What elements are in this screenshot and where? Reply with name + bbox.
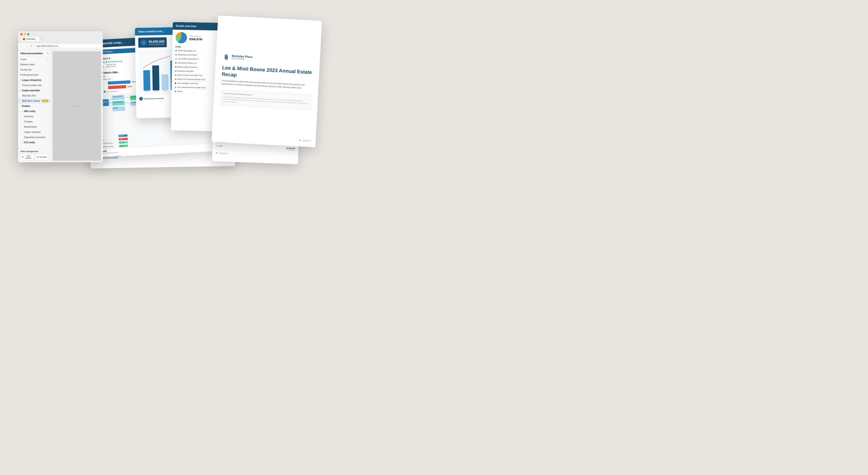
title-body: Berkeley Place ADVISORS Lee & Misti Boon… [212,15,322,147]
logo-text-area: Berkeley Place ADVISORS [232,54,253,61]
chevron-down-icon-3: ▾ [20,105,21,107]
bp-logo-icon-2: 🍃 [139,97,143,101]
close-dot[interactable] [20,33,23,35]
sidebar-footer: Slide management 👁 View hidden ⇅ Reorder [18,148,51,162]
legacy-blueprints-label: Legacy blueprints [22,79,49,81]
entity-dot-0 [176,50,177,51]
minimize-dot[interactable] [24,33,26,35]
reorder-icon: ⇅ [37,156,39,158]
sidebar-item-balance-sheet[interactable]: Balance sheet [18,62,51,67]
view-hidden-label: View hidden [24,155,33,159]
gst-in-value-area: $1,000,000 as of today [286,147,296,151]
svg-text:Estate: Estate [154,90,158,92]
logo-leaf-icon [223,53,230,61]
hypo-badge: Hypo [42,100,49,102]
slides-preview-area: Slide preview [51,50,103,162]
address-bar[interactable]: app.withluminary.com [34,44,101,48]
mini-node-3: $13.4M [119,141,128,144]
misti-dies-first-label: Misti dies first [22,94,36,97]
browser-content: Client presentation ✎ Cover ✎ Balance sh… [18,50,103,162]
luminary-badge-gst: ✦ LUMINARY [215,151,295,157]
browser-tab[interactable]: Luminary × [20,37,40,41]
boone-donor: Boone Donor... [106,65,123,68]
view-hidden-button[interactable]: 👁 View hidden [20,154,34,160]
gst-in-label: In estate [216,145,223,149]
sidebar-header: Client presentation ✎ [18,50,51,57]
5m-gift-label: $5M gift to charity [22,100,41,102]
legacy-blueprint-label: Legacy blueprint [24,131,40,133]
entity-dot-6 [175,74,176,76]
sidebar-section-estate-waterfalls[interactable]: ▾ Estate waterfalls [18,88,51,93]
reorder-button[interactable]: ⇅ Reorder [35,154,49,160]
illustrative-notice: FOR ILLUSTRATIVE PURPOSES ONLY The infor… [220,90,311,110]
pie-info: Total assets ⓘ $368.87M [189,35,202,41]
svg-text:Family: Family [145,90,149,92]
chevron-right-icon: ▾ [22,141,23,144]
value-amount: $5,650,000 Incremental benefit [149,39,164,45]
sidebar-section-entities[interactable]: ▾ Entities [18,103,51,109]
source-bar [108,80,131,85]
edit-icon[interactable]: ✎ [46,52,49,55]
luminary-star-gst: ✦ [215,151,218,155]
svg-rect-2 [161,74,168,90]
sankey-node-3: $11M [112,106,125,112]
value-header-text: Value creation ove... [138,30,164,33]
sankey-node-2: Trust B $17M [112,101,125,106]
professional-team-label: Professional team [20,74,38,76]
entity-dot-10 [175,91,176,92]
forward-button[interactable]: → [25,44,29,48]
svg-rect-0 [143,70,151,91]
balance-sheet-label: Balance sheet [20,63,35,66]
hypo-bar-value: $80M [127,86,132,88]
chevron-down-icon: ▾ [20,79,21,81]
entity-dot-9 [175,87,176,88]
sidebar-item-dispositive-provisions[interactable]: Dispositive provisions [18,135,51,140]
sankey-node-1: Trust A $17M [112,95,125,100]
refresh-button[interactable]: ↻ [30,44,33,48]
tab-label: Luminary [26,38,35,40]
sidebar-item-trustees[interactable]: Trustees [18,119,51,124]
mini-node-2: $80M [119,138,128,140]
charitable-giving-header: Charitable giving [106,60,123,63]
trustees-label: Trustees [24,121,33,123]
entity-dot-8 [175,83,176,84]
maximize-dot[interactable] [27,33,29,35]
sidebar-section-xyz-entity[interactable]: ▾ XYZ entity [18,140,51,145]
eye-icon: 👁 [22,156,24,158]
sidebar-section-legacy-blueprints[interactable]: ▾ Legacy blueprints [18,77,51,83]
dispositive-provisions-label: Dispositive provisions [24,136,46,138]
total-assets-value: $368.87M [189,37,202,41]
sidebar-item-beneficiaries[interactable]: Beneficiaries [18,124,51,129]
overview-label: Overview [24,115,33,118]
tab-bar: Luminary × + [20,37,101,41]
sidebar-item-cover[interactable]: Cover ✎ [18,57,51,62]
sidebar-item-overview[interactable]: Overview [18,114,51,119]
value-amount-box: ⬡ $5,650,000 Incremental benefit [138,37,167,48]
cards-container: Estate waterfall comp... Summary of dist… [72,18,321,176]
as-of-label: as of today [286,149,295,151]
entity-dot-2 [175,58,177,59]
title-heading: Lee & Misti Boone 2023 Annual Estate Rec… [222,65,313,82]
sidebar-item-family-tree[interactable]: Family tree [18,67,51,72]
bp-name-2: Berkeley Place ADVISORS [144,98,164,100]
cover-label: Cover [20,58,26,61]
new-tab-button[interactable]: + [41,37,43,40]
family-tree-label: Family tree [20,68,31,71]
svg-rect-1 [152,66,159,91]
tab-close-button[interactable]: × [36,38,37,40]
sidebar-item-misti-dies-first[interactable]: Misti dies first [18,93,51,98]
sidebar-item-professional-team[interactable]: Professional team [18,72,51,77]
luminary-label-gst: LUMINARY [219,152,228,154]
value-icon: ⬡ [141,39,147,45]
sidebar-section-abc-entity[interactable]: ▾ ABC entity [18,109,51,114]
browser-nav: ← → ↻ app.withluminary.com [18,43,103,50]
back-button[interactable]: ← [20,44,24,48]
sidebar-title: Client presentation [20,52,43,55]
charitable-giving-col: Charitable giving Humane Soci... Boone D… [106,60,123,70]
sidebar-item-current-estate-view[interactable]: Current estate view [18,83,51,88]
luminary-label: LUMINARY [302,139,311,142]
estate-waterfalls-label: Estate waterfalls [22,89,49,92]
cover-pencil-icon: ✎ [46,58,49,61]
sidebar-item-5m-gift[interactable]: $5M gift to charity Hypo [18,98,51,103]
sidebar-item-legacy-blueprint[interactable]: Legacy blueprint [18,129,51,135]
